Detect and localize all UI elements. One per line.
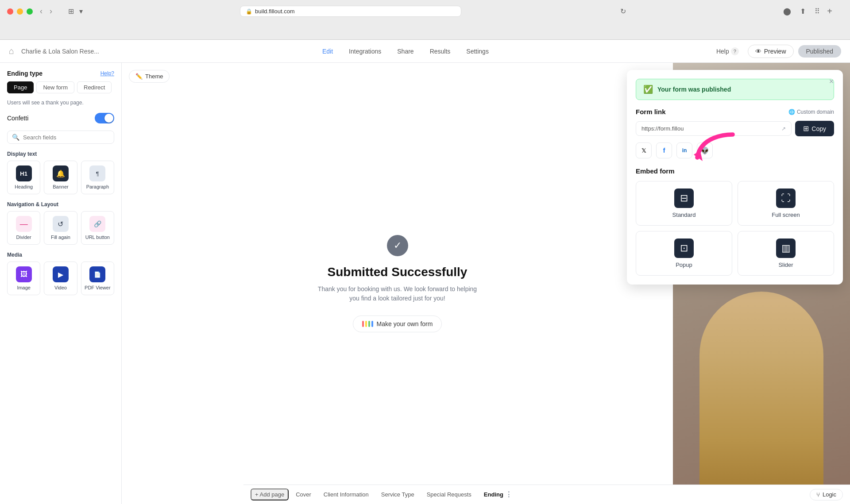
fill-again-label: Fill again — [51, 235, 70, 240]
help-button[interactable]: Help ? — [712, 46, 743, 57]
address-bar[interactable]: 🔒 build.fillout.com — [240, 6, 461, 17]
popup-embed-icon: ⊡ — [674, 239, 694, 258]
pdf-icon: 📄 — [89, 266, 105, 282]
embed-fullscreen[interactable]: ⛶ Full screen — [738, 181, 834, 226]
confetti-label: Confetti — [7, 115, 28, 122]
ending-type-header: Ending type Help? — [7, 70, 114, 77]
facebook-share-button[interactable]: f — [656, 142, 672, 158]
url-text: build.fillout.com — [255, 8, 295, 15]
published-button[interactable]: Published — [798, 45, 842, 58]
fullscreen-embed-icon: ⛶ — [776, 189, 796, 208]
form-preview-white: ✓ Submitted Successfully Thank you for b… — [122, 63, 673, 504]
reddit-share-button[interactable]: 👽 — [697, 142, 713, 158]
toggle-knob — [104, 114, 113, 123]
theme-button[interactable]: ✏️ Theme — [129, 70, 170, 83]
check-circle-icon: ✅ — [643, 85, 653, 94]
nav-edit[interactable]: Edit — [315, 45, 340, 58]
app-nav: Edit Integrations Share Results Settings — [315, 45, 496, 58]
reload-button[interactable]: ↻ — [620, 7, 626, 15]
copy-button[interactable]: ⊞ Copy — [795, 121, 834, 136]
type-tab-new-form[interactable]: New form — [36, 81, 74, 93]
popup-close-button[interactable]: × — [825, 75, 838, 88]
minimize-window-button[interactable] — [17, 8, 23, 15]
add-page-label: + Add page — [255, 491, 284, 498]
bottom-bar: + Add page Cover Client Information Serv… — [243, 485, 850, 504]
brush-icon: ✏️ — [135, 73, 143, 80]
paragraph-icon: ¶ — [89, 165, 105, 181]
nav-settings[interactable]: Settings — [459, 45, 496, 58]
page-tab-special-requests[interactable]: Special Requests — [421, 489, 477, 500]
slider-embed-icon: ▥ — [776, 239, 796, 258]
nav-share[interactable]: Share — [390, 45, 421, 58]
fill-again-field[interactable]: ↺ Fill again — [44, 211, 77, 245]
link-input[interactable]: https://form.fillou ↗ — [636, 121, 792, 136]
lock-icon: 🔒 — [246, 8, 252, 15]
image-label: Image — [17, 285, 31, 290]
logic-button[interactable]: ⑂ Logic — [810, 489, 843, 500]
form-link-header: Form link 🌐 Custom domain — [636, 108, 834, 115]
paragraph-label: Paragraph — [86, 184, 109, 189]
submitted-title: Submitted Successfully — [328, 265, 468, 279]
main-canvas: ✏️ Theme ✓ Submitted Successfully Thank … — [122, 63, 850, 504]
browser-menu-button[interactable]: ⠿ — [813, 5, 822, 17]
help-icon: ? — [731, 47, 739, 55]
popup-overlay: × ✅ Your form was published Form link 🌐 … — [620, 63, 850, 292]
browser-share-button[interactable]: ⬆ — [798, 5, 808, 17]
banner-field[interactable]: 🔔 Banner — [44, 161, 77, 194]
page-tab-service-type[interactable]: Service Type — [376, 489, 420, 500]
divider-field[interactable]: — Divider — [7, 211, 40, 245]
submitted-desc: Thank you for booking with us. We look f… — [313, 285, 482, 303]
pdf-viewer-field[interactable]: 📄 PDF Viewer — [81, 262, 114, 295]
search-input[interactable] — [23, 134, 109, 141]
forward-button[interactable]: › — [48, 6, 54, 17]
confetti-toggle[interactable] — [95, 113, 114, 123]
globe-icon: 🌐 — [788, 109, 795, 115]
theme-label: Theme — [145, 73, 163, 80]
page-tab-cover[interactable]: Cover — [290, 489, 317, 500]
page-tab-ending[interactable]: Ending ⋮ — [479, 489, 518, 500]
pdf-label: PDF Viewer — [85, 285, 110, 290]
social-row: 𝕏 f in 👽 — [636, 142, 834, 158]
back-button[interactable]: ‹ — [38, 6, 44, 17]
banner-label: Banner — [53, 184, 68, 189]
logic-label: Logic — [823, 491, 836, 498]
divider-icon: — — [16, 216, 32, 232]
sidebar-toggle-button[interactable]: ⊞ — [66, 5, 76, 17]
nav-results[interactable]: Results — [423, 45, 458, 58]
preview-button[interactable]: 👁 Preview — [748, 45, 794, 58]
image-field[interactable]: 🖼 Image — [7, 262, 40, 295]
browser-profile-button[interactable]: ⬤ — [781, 5, 793, 17]
help-link[interactable]: Help? — [100, 70, 114, 77]
published-banner: ✅ Your form was published — [636, 79, 834, 100]
add-tab-button[interactable]: + — [823, 4, 836, 18]
browser-chrome: ‹ › ⊞ ▾ 🔒 build.fillout.com ↻ ⬤ ⬆ ⠿ + — [0, 0, 850, 40]
embed-standard[interactable]: ⊟ Standard — [636, 181, 732, 226]
link-copy-row: https://form.fillou ↗ ⊞ Copy — [636, 121, 834, 136]
type-tab-redirect[interactable]: Redirect — [77, 81, 112, 93]
heading-field[interactable]: H1 Heading — [7, 161, 40, 194]
more-options-button[interactable]: ⋮ — [505, 490, 512, 499]
home-icon[interactable]: ⌂ — [9, 46, 14, 56]
make-form-button[interactable]: Make your own form — [353, 315, 442, 332]
custom-domain-label: Custom domain — [797, 109, 834, 115]
logic-icon: ⑂ — [816, 491, 820, 498]
add-page-button[interactable]: + Add page — [251, 489, 289, 500]
nav-integrations[interactable]: Integrations — [342, 45, 388, 58]
fillout-logo — [362, 321, 373, 327]
embed-slider[interactable]: ▥ Slider — [738, 231, 834, 276]
nav-field-grid: — Divider ↺ Fill again 🔗 URL button — [7, 211, 114, 245]
url-button-field[interactable]: 🔗 URL button — [81, 211, 114, 245]
custom-domain-link[interactable]: 🌐 Custom domain — [788, 109, 834, 115]
linkedin-share-button[interactable]: in — [676, 142, 692, 158]
type-tab-page[interactable]: Page — [7, 81, 34, 93]
preview-label: Preview — [764, 48, 786, 55]
embed-popup[interactable]: ⊡ Popup — [636, 231, 732, 276]
page-tab-client-info[interactable]: Client Information — [318, 489, 374, 500]
paragraph-field[interactable]: ¶ Paragraph — [81, 161, 114, 194]
twitter-share-button[interactable]: 𝕏 — [636, 142, 652, 158]
close-window-button[interactable] — [7, 8, 13, 15]
tab-dropdown-button[interactable]: ▾ — [77, 5, 85, 17]
maximize-window-button[interactable] — [27, 8, 33, 15]
fullscreen-embed-label: Full screen — [772, 212, 800, 218]
video-field[interactable]: ▶ Video — [44, 262, 77, 295]
